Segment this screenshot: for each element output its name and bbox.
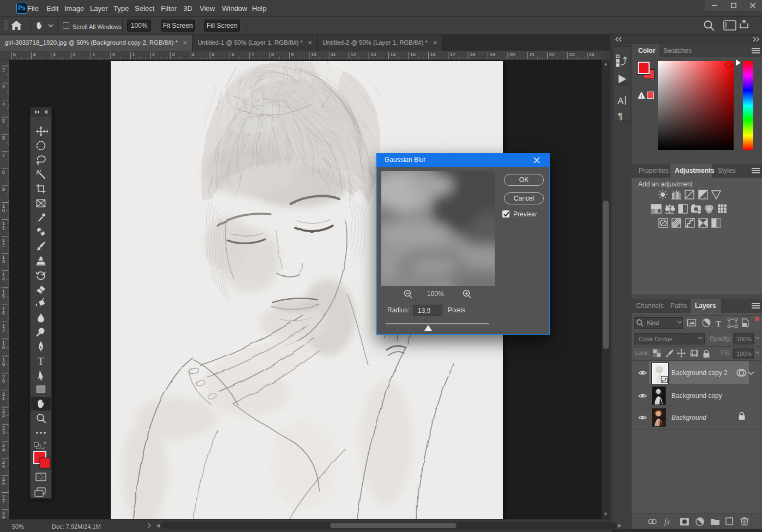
svg-text:20: 20 [509, 52, 515, 57]
svg-text:6: 6 [2, 481, 5, 486]
svg-text:5: 5 [2, 118, 5, 124]
svg-text:3: 3 [2, 259, 5, 264]
svg-text:9: 9 [2, 186, 5, 192]
svg-text:22: 22 [549, 52, 555, 57]
svg-text:2: 2 [2, 413, 5, 418]
svg-text:3: 3 [53, 52, 56, 57]
svg-text:0: 0 [112, 52, 115, 57]
svg-text:5: 5 [2, 464, 5, 469]
svg-text:21: 21 [529, 52, 535, 57]
svg-text:11: 11 [331, 52, 335, 57]
svg-text:4: 4 [33, 52, 35, 57]
svg-text:24: 24 [589, 52, 595, 57]
svg-text:6: 6 [231, 52, 234, 57]
svg-text:3: 3 [172, 52, 175, 57]
svg-text:3: 3 [2, 430, 5, 435]
svg-text:1: 1 [93, 52, 95, 57]
svg-text:0: 0 [2, 208, 5, 213]
svg-text:8: 8 [271, 52, 274, 57]
svg-text:7: 7 [2, 498, 5, 504]
svg-text:6: 6 [2, 135, 5, 141]
svg-text:1: 1 [2, 225, 5, 231]
svg-text:4: 4 [2, 447, 5, 452]
svg-text:12: 12 [351, 52, 356, 57]
svg-text:8: 8 [2, 515, 5, 519]
svg-text:8: 8 [2, 170, 5, 175]
svg-text:4: 4 [2, 101, 5, 107]
svg-text:A: A [617, 96, 624, 106]
svg-text:19: 19 [490, 52, 495, 57]
svg-text:5: 5 [2, 293, 5, 299]
svg-text:T: T [38, 355, 44, 367]
svg-text:3: 3 [2, 84, 5, 89]
svg-text:4: 4 [192, 52, 195, 57]
svg-text:2: 2 [2, 67, 5, 72]
svg-text:5: 5 [13, 52, 16, 57]
svg-text:7: 7 [2, 328, 5, 333]
svg-text:5: 5 [212, 52, 214, 57]
svg-text:9: 9 [2, 361, 5, 367]
svg-text:13: 13 [370, 52, 376, 57]
svg-text:2: 2 [2, 242, 5, 247]
svg-text:7: 7 [2, 153, 5, 158]
svg-text:9: 9 [291, 52, 294, 57]
svg-text:14: 14 [391, 52, 396, 57]
svg-text:23: 23 [569, 52, 574, 57]
svg-text:15: 15 [410, 52, 416, 57]
svg-text:7: 7 [251, 52, 254, 57]
svg-text:2: 2 [152, 52, 155, 57]
svg-text:0: 0 [2, 378, 5, 384]
svg-text:4: 4 [2, 276, 5, 282]
svg-text:1: 1 [132, 52, 135, 57]
svg-text:16: 16 [430, 52, 435, 57]
svg-text:6: 6 [2, 310, 5, 316]
svg-text:1: 1 [2, 396, 5, 401]
svg-text:18: 18 [470, 52, 475, 57]
svg-text:10: 10 [311, 52, 316, 57]
svg-text:¶: ¶ [618, 112, 623, 121]
svg-text:17: 17 [450, 52, 455, 57]
svg-text:8: 8 [2, 344, 5, 350]
svg-text:2: 2 [73, 52, 75, 57]
